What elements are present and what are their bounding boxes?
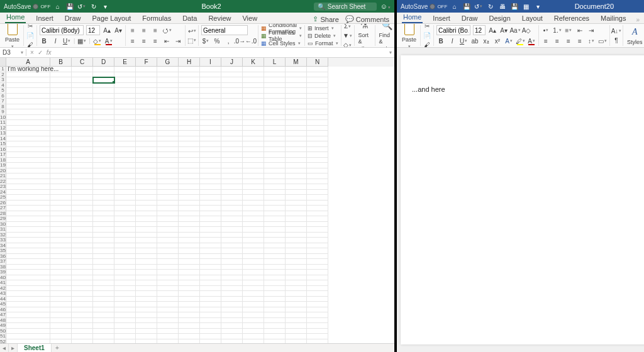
cell[interactable] bbox=[286, 126, 307, 131]
cell[interactable] bbox=[50, 291, 72, 297]
cell[interactable] bbox=[114, 302, 136, 307]
cell[interactable] bbox=[114, 318, 136, 324]
cell[interactable] bbox=[6, 211, 50, 217]
tab-draw[interactable]: Draw bbox=[460, 13, 479, 23]
cell[interactable] bbox=[72, 115, 93, 121]
cell[interactable] bbox=[221, 94, 243, 99]
cell[interactable] bbox=[200, 190, 221, 195]
cell[interactable] bbox=[179, 254, 200, 260]
cell[interactable] bbox=[286, 94, 307, 99]
cell[interactable] bbox=[93, 104, 114, 110]
cell[interactable] bbox=[221, 158, 243, 163]
cell[interactable] bbox=[114, 265, 136, 270]
cell[interactable] bbox=[243, 72, 264, 78]
cell[interactable] bbox=[200, 72, 221, 78]
expand-formula-icon[interactable]: ▾ bbox=[387, 50, 394, 55]
cell[interactable] bbox=[50, 190, 72, 195]
cell[interactable] bbox=[114, 259, 136, 265]
col-header-G[interactable]: G bbox=[157, 58, 179, 67]
cell[interactable] bbox=[50, 104, 72, 110]
cell[interactable] bbox=[221, 323, 243, 329]
bold-button[interactable]: B bbox=[436, 36, 445, 45]
cell[interactable] bbox=[114, 329, 136, 334]
cell[interactable] bbox=[221, 259, 243, 265]
shading-icon[interactable]: ▭ bbox=[598, 36, 607, 45]
cell[interactable] bbox=[179, 141, 200, 147]
cell[interactable] bbox=[72, 291, 93, 297]
cell[interactable] bbox=[264, 83, 286, 89]
cell[interactable] bbox=[179, 323, 200, 329]
cell[interactable] bbox=[157, 275, 179, 281]
cell[interactable] bbox=[93, 270, 114, 275]
cell[interactable] bbox=[136, 291, 157, 297]
cell[interactable] bbox=[243, 104, 264, 110]
align-right-icon[interactable]: ≡ bbox=[564, 36, 573, 45]
cell[interactable] bbox=[157, 206, 179, 211]
cell[interactable] bbox=[114, 201, 136, 206]
tab-references[interactable]: References bbox=[553, 13, 591, 23]
cell[interactable] bbox=[157, 334, 179, 339]
cell[interactable] bbox=[93, 259, 114, 265]
cell[interactable] bbox=[93, 190, 114, 195]
wrap-text-icon[interactable]: ↩ bbox=[187, 26, 196, 35]
cell[interactable] bbox=[93, 109, 114, 115]
cell[interactable] bbox=[157, 201, 179, 206]
cell[interactable] bbox=[136, 115, 157, 121]
cell[interactable] bbox=[307, 173, 328, 179]
cell[interactable] bbox=[6, 307, 50, 313]
cell[interactable] bbox=[286, 302, 307, 307]
cell[interactable] bbox=[136, 99, 157, 104]
cell[interactable] bbox=[200, 238, 221, 243]
share-button[interactable]: ⇪Share bbox=[313, 15, 338, 23]
cell[interactable] bbox=[93, 211, 114, 217]
cell[interactable] bbox=[136, 131, 157, 136]
cell[interactable] bbox=[179, 334, 200, 339]
search-input[interactable] bbox=[328, 3, 373, 10]
cell[interactable] bbox=[6, 243, 50, 249]
cell[interactable] bbox=[200, 280, 221, 286]
cell[interactable] bbox=[72, 168, 93, 174]
cell[interactable] bbox=[93, 184, 114, 190]
font-size-combo[interactable] bbox=[473, 25, 486, 35]
italic-button[interactable]: I bbox=[448, 36, 457, 45]
cell[interactable] bbox=[243, 163, 264, 168]
name-box[interactable]: D3▾ bbox=[0, 49, 26, 56]
cell[interactable] bbox=[114, 136, 136, 142]
cell[interactable] bbox=[72, 302, 93, 307]
cell[interactable] bbox=[286, 136, 307, 142]
fill-icon[interactable]: ▼ bbox=[343, 31, 352, 40]
cell[interactable] bbox=[243, 131, 264, 136]
cell[interactable] bbox=[264, 141, 286, 147]
underline-button[interactable]: U bbox=[459, 36, 468, 45]
cell[interactable] bbox=[200, 286, 221, 292]
cell[interactable] bbox=[72, 201, 93, 206]
cell[interactable] bbox=[243, 307, 264, 313]
search-box[interactable]: 🔍 bbox=[314, 3, 377, 11]
cell[interactable] bbox=[50, 88, 72, 94]
cell[interactable] bbox=[72, 190, 93, 195]
cell[interactable] bbox=[6, 77, 50, 83]
cell[interactable] bbox=[221, 104, 243, 110]
cell[interactable] bbox=[286, 179, 307, 185]
cell[interactable] bbox=[114, 168, 136, 174]
cell[interactable] bbox=[264, 115, 286, 121]
cell[interactable] bbox=[6, 195, 50, 201]
cell[interactable] bbox=[50, 83, 72, 89]
autosum-icon[interactable]: Σ bbox=[343, 24, 352, 31]
cell[interactable] bbox=[157, 184, 179, 190]
cell[interactable] bbox=[264, 136, 286, 142]
cell[interactable] bbox=[157, 238, 179, 243]
delete-cells-button[interactable]: ⊟Delete bbox=[308, 32, 336, 39]
cell[interactable] bbox=[307, 168, 328, 174]
cell[interactable] bbox=[72, 280, 93, 286]
cell[interactable] bbox=[157, 211, 179, 217]
cell[interactable] bbox=[179, 312, 200, 318]
cell[interactable] bbox=[200, 259, 221, 265]
cell[interactable] bbox=[72, 312, 93, 318]
cell[interactable] bbox=[221, 88, 243, 94]
cell[interactable] bbox=[179, 152, 200, 158]
cell[interactable] bbox=[50, 72, 72, 78]
cell[interactable] bbox=[6, 190, 50, 195]
cell[interactable] bbox=[50, 152, 72, 158]
cell[interactable] bbox=[50, 206, 72, 211]
